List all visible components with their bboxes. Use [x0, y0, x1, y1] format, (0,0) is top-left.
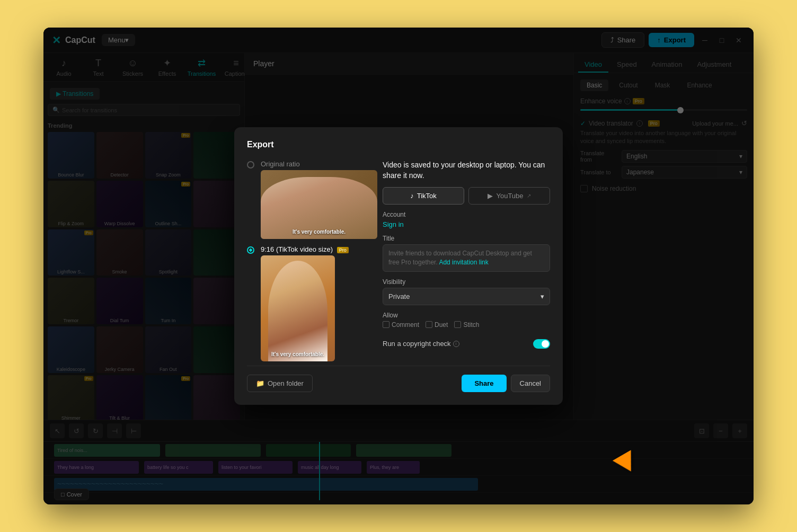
visibility-section: Visibility Private ▾	[383, 278, 550, 305]
toggle-thumb	[542, 340, 549, 348]
allow-comment: Comment	[383, 321, 419, 329]
visibility-value: Private	[388, 292, 410, 300]
save-text: Video is saved to your desktop or laptop…	[383, 160, 550, 181]
ratio-original-label: Original ratio	[261, 160, 377, 168]
copyright-row: Run a copyright check i	[383, 335, 550, 353]
video-preview-landscape: It's very comfortable.	[261, 170, 377, 239]
stitch-checkbox[interactable]	[454, 321, 461, 328]
copyright-toggle[interactable]	[533, 339, 550, 349]
comment-label: Comment	[392, 321, 419, 329]
portrait-person	[268, 261, 327, 361]
allow-section: Allow Comment Duet	[383, 312, 550, 329]
dialog-actions: Share Cancel	[462, 375, 550, 392]
visibility-select[interactable]: Private ▾	[383, 288, 550, 305]
ratio-option-tiktok: 9:16 (TikTok video size) Pro It's very c…	[247, 245, 374, 361]
youtube-platform-button[interactable]: ▶ YouTube ↗	[468, 187, 550, 205]
allow-label: Allow	[383, 312, 550, 319]
platform-buttons: ♪ TikTok ▶ YouTube ↗	[383, 187, 550, 205]
account-label: Account	[383, 211, 550, 218]
comment-checkbox[interactable]	[383, 321, 389, 328]
allow-duet: Duet	[426, 321, 448, 329]
dialog-left: Original ratio It's very comfortable.	[247, 160, 374, 361]
copyright-label: Run a copyright check i	[383, 340, 459, 348]
export-dialog: Export Original ratio It's very comforta…	[234, 127, 563, 405]
dialog-footer: 📁 Open folder Share Cancel	[247, 366, 550, 392]
youtube-icon: ▶	[488, 192, 493, 200]
dialog-title: Export	[247, 140, 550, 149]
share-dialog-button[interactable]: Share	[462, 375, 506, 392]
tiktok-icon: ♪	[410, 192, 414, 200]
account-section: Account Sign in	[383, 211, 550, 228]
allow-row: Comment Duet Stitch	[383, 321, 550, 329]
ratio-original-radio[interactable]	[247, 161, 254, 169]
open-folder-button[interactable]: 📁 Open folder	[247, 375, 313, 392]
title-label: Title	[383, 235, 550, 242]
ratio-tiktok-radio[interactable]	[247, 246, 254, 254]
ratio-tiktok-label: 9:16 (TikTok video size) Pro	[261, 245, 349, 253]
sign-in-link[interactable]: Sign in	[383, 220, 550, 228]
duet-checkbox[interactable]	[426, 321, 432, 328]
portrait-preview: It's very comfortable.	[261, 255, 335, 361]
allow-stitch: Stitch	[454, 321, 479, 329]
duet-label: Duet	[435, 321, 448, 329]
stitch-label: Stitch	[463, 321, 479, 329]
copyright-info-icon[interactable]: i	[453, 341, 459, 347]
modal-overlay: Export Original ratio It's very comforta…	[43, 28, 754, 504]
dialog-right: Video is saved to your desktop or laptop…	[383, 160, 550, 361]
cancel-dialog-button[interactable]: Cancel	[511, 375, 550, 392]
external-link-icon: ↗	[527, 193, 531, 199]
tiktok-size-pro-badge: Pro	[337, 247, 349, 253]
tiktok-platform-button[interactable]: ♪ TikTok	[383, 187, 464, 205]
portrait-caption: It's very comfortable.	[261, 351, 335, 357]
visibility-label: Visibility	[383, 278, 550, 286]
landscape-caption: It's very comfortable.	[261, 229, 377, 235]
video-preview-portrait: It's very comfortable.	[261, 255, 335, 361]
landscape-preview: It's very comfortable.	[261, 170, 377, 239]
cursor-arrow	[613, 450, 640, 476]
folder-icon: 📁	[256, 379, 264, 387]
add-invitation-link[interactable]: Add invitation link	[439, 259, 488, 266]
dialog-layout: Original ratio It's very comfortable.	[247, 160, 550, 361]
visibility-chevron-icon: ▾	[541, 292, 544, 300]
title-section: Title Invite friends to download CapCut …	[383, 235, 550, 272]
title-input[interactable]: Invite friends to download CapCut Deskto…	[383, 244, 550, 272]
ratio-option-original: Original ratio It's very comfortable.	[247, 160, 374, 239]
